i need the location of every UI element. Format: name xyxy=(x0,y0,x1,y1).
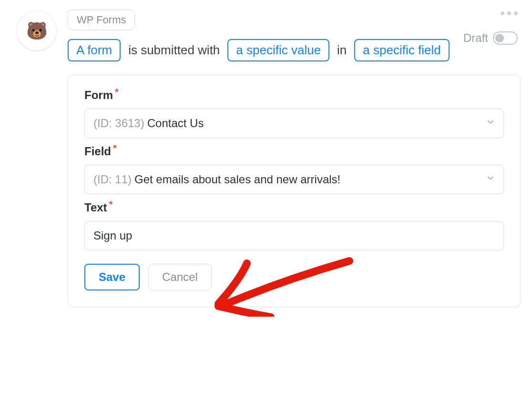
form-selected-value: Contact Us xyxy=(147,117,204,130)
bear-icon: 🐻 xyxy=(26,21,48,41)
text-input[interactable] xyxy=(84,221,504,250)
draft-toggle[interactable] xyxy=(493,31,518,45)
config-panel: Form* (ID: 3613) Contact Us Field* (ID: … xyxy=(68,75,521,307)
sentence-text: is submitted with xyxy=(128,43,220,58)
save-button[interactable]: Save xyxy=(84,264,140,290)
form-id-prefix: (ID: 3613) xyxy=(93,117,144,130)
more-menu-icon[interactable] xyxy=(501,11,518,15)
token-specific-value[interactable]: a specific value xyxy=(227,39,329,61)
integration-badge: WP Forms xyxy=(68,10,135,30)
field-id-prefix: (ID: 11) xyxy=(93,173,132,186)
status-label: Draft xyxy=(463,31,488,45)
field-selected-value: Get emails about sales and new arrivals! xyxy=(134,173,340,186)
trigger-sentence: A form is submitted with a specific valu… xyxy=(68,39,463,61)
token-specific-field[interactable]: a specific field xyxy=(354,39,449,61)
field-label: Field* xyxy=(84,145,504,158)
cancel-button[interactable]: Cancel xyxy=(148,264,212,290)
text-label: Text* xyxy=(84,201,504,214)
sentence-text: in xyxy=(337,43,347,58)
form-select[interactable]: (ID: 3613) Contact Us xyxy=(84,109,504,138)
token-form[interactable]: A form xyxy=(68,39,121,61)
integration-avatar: 🐻 xyxy=(17,11,56,50)
field-select[interactable]: (ID: 11) Get emails about sales and new … xyxy=(84,165,504,194)
chevron-down-icon xyxy=(485,173,496,186)
chevron-down-icon xyxy=(485,117,496,130)
form-label: Form* xyxy=(84,89,504,102)
